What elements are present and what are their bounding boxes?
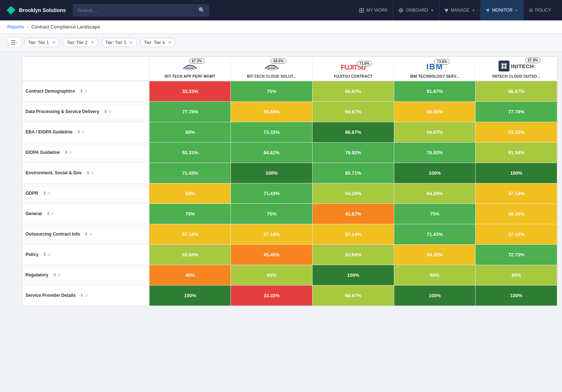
cell-0-3[interactable]: 91.67% <box>394 81 476 101</box>
filter-tier3-remove[interactable]: ✕ <box>129 40 133 45</box>
cell-8-3[interactable]: 54.55% <box>394 244 476 265</box>
filter-tier4-remove[interactable]: ✕ <box>168 40 172 45</box>
filter-tag-tier4[interactable]: Tier: Tier 4 ✕ <box>140 38 176 47</box>
cell-9-2[interactable]: 100% <box>313 265 394 285</box>
filter-icon[interactable]: ≡ <box>91 170 94 175</box>
filter-icon[interactable]: ≡ <box>89 232 92 237</box>
download-icon[interactable]: ⬇ <box>64 150 68 155</box>
vendor-header-bittech-app[interactable]: bit-tech. 67.3% BIT-TECH APP PERF MGMT <box>149 57 231 81</box>
cell-2-2[interactable]: 86.67% <box>313 122 394 142</box>
filter-tier1-remove[interactable]: ✕ <box>52 40 56 45</box>
cell-6-2[interactable]: 41.67% <box>313 203 394 224</box>
cell-4-3[interactable]: 100% <box>394 163 476 183</box>
filter-tag-tier2[interactable]: Tier: Tier 2 ✕ <box>63 38 98 47</box>
cell-5-1[interactable]: 71.43% <box>231 183 313 203</box>
cell-6-1[interactable]: 75% <box>231 203 313 224</box>
cell-3-4[interactable]: 61.54% <box>476 142 557 163</box>
vendor-header-bittech-cloud[interactable]: bit-tech. 66.5% BIT-TECH CLOUD SOLUT... <box>231 57 313 81</box>
cell-4-2[interactable]: 85.71% <box>313 163 394 183</box>
cell-6-0[interactable]: 75% <box>149 203 231 224</box>
download-icon[interactable]: ⬇ <box>80 89 83 94</box>
cell-8-2[interactable]: 63.64% <box>313 244 394 265</box>
filter-icon[interactable]: ≡ <box>85 293 88 298</box>
cell-2-0[interactable]: 80% <box>149 122 231 142</box>
cell-10-0[interactable]: 100% <box>149 285 231 306</box>
cell-10-4[interactable]: 100% <box>476 285 557 306</box>
nav-policy[interactable]: ≡ POLICY <box>524 0 556 20</box>
cell-4-4[interactable]: 100% <box>476 163 557 183</box>
download-icon[interactable]: ⬇ <box>43 191 46 196</box>
cell-4-1[interactable]: 100% <box>231 163 313 183</box>
cell-0-1[interactable]: 75% <box>231 81 313 101</box>
cell-7-4[interactable]: 57.14% <box>476 224 557 244</box>
nav-manage[interactable]: ♥ MANAGE ▼ <box>439 0 481 20</box>
sidebar-toggle[interactable]: ☰ › <box>7 37 21 48</box>
download-icon[interactable]: ⬇ <box>80 293 84 298</box>
download-icon[interactable]: ⬇ <box>86 170 90 175</box>
cell-5-3[interactable]: 64.29% <box>394 183 476 203</box>
filter-icon[interactable]: ≡ <box>69 150 72 155</box>
brand-logo[interactable]: Brooklyn Solutions <box>6 5 66 15</box>
cell-8-4[interactable]: 72.73% <box>476 244 557 265</box>
filter-icon[interactable]: ≡ <box>85 89 87 94</box>
cell-5-4[interactable]: 57.14% <box>476 183 557 203</box>
cell-1-1[interactable]: 55.56% <box>231 101 313 122</box>
filter-tag-tier3[interactable]: Tier: Tier 3 ✕ <box>101 38 137 47</box>
nav-onboard[interactable]: ⊕ ONBOARD ▼ <box>393 0 439 20</box>
search-input[interactable] <box>73 4 209 16</box>
filter-icon[interactable]: ≡ <box>48 252 50 257</box>
cell-5-0[interactable]: 50% <box>149 183 231 203</box>
search-icon[interactable]: 🔍 <box>198 7 205 13</box>
cell-10-2[interactable]: 66.67% <box>313 285 394 306</box>
cell-9-4[interactable]: 60% <box>476 265 557 285</box>
filter-tier2-remove[interactable]: ✕ <box>90 40 94 45</box>
download-icon[interactable]: ⬇ <box>104 109 107 114</box>
download-icon[interactable]: ⬇ <box>46 211 50 216</box>
filter-icon[interactable]: ≡ <box>109 109 111 114</box>
cell-3-1[interactable]: 84.62% <box>231 142 313 163</box>
cell-8-1[interactable]: 45.45% <box>231 244 313 265</box>
nav-monitor[interactable]: ♥ MONITOR ▼ <box>481 0 524 20</box>
cell-7-3[interactable]: 71.43% <box>394 224 476 244</box>
vendor-header-fujitsu[interactable]: FUJITSU 71.6% FUJITSU CONTRACT <box>313 57 394 81</box>
filter-icon[interactable]: ≡ <box>51 211 54 216</box>
cell-8-0[interactable]: 63.64% <box>149 244 231 265</box>
download-icon[interactable]: ⬇ <box>43 252 46 257</box>
filter-icon[interactable]: ≡ <box>48 191 50 196</box>
filter-icon[interactable]: ≡ <box>82 129 85 135</box>
cell-0-0[interactable]: 33.33% <box>149 81 231 101</box>
vendor-header-initech[interactable]: INITECH 67.9% INITECH CLOUD OUTSO... <box>476 57 557 81</box>
cell-9-0[interactable]: 40% <box>149 265 231 285</box>
cell-3-3[interactable]: 76.92% <box>394 142 476 163</box>
cell-3-0[interactable]: 92.31% <box>149 142 231 163</box>
cell-3-2[interactable]: 76.92% <box>313 142 394 163</box>
breadcrumb-parent[interactable]: Reports <box>7 24 24 30</box>
cell-6-3[interactable]: 75% <box>394 203 476 224</box>
cell-7-2[interactable]: 57.14% <box>313 224 394 244</box>
cell-1-4[interactable]: 77.78% <box>476 101 557 122</box>
download-icon[interactable]: ⬇ <box>77 129 81 135</box>
cell-0-4[interactable]: 66.67% <box>476 81 557 101</box>
cell-9-1[interactable]: 60% <box>231 265 313 285</box>
cell-1-0[interactable]: 77.78% <box>149 101 231 122</box>
cell-2-1[interactable]: 73.33% <box>231 122 313 142</box>
download-icon[interactable]: ⬇ <box>84 232 88 237</box>
vendor-header-ibm[interactable]: IBM 73.6% IBM TECHNOLOGY SERV... <box>394 57 476 81</box>
nav-my-work[interactable]: ⊞ MY WORK <box>354 0 393 20</box>
cell-9-3[interactable]: 60% <box>394 265 476 285</box>
cell-2-4[interactable]: 53.33% <box>476 122 557 142</box>
cell-5-2[interactable]: 64.29% <box>313 183 394 203</box>
cell-0-2[interactable]: 66.67% <box>313 81 394 101</box>
cell-10-3[interactable]: 100% <box>394 285 476 306</box>
filter-icon[interactable]: ≡ <box>58 272 61 277</box>
filter-tag-tier1[interactable]: Tier: Tier 1 ✕ <box>24 38 60 47</box>
cell-6-4[interactable]: 58.33% <box>476 203 557 224</box>
cell-1-3[interactable]: 55.56% <box>394 101 476 122</box>
download-icon[interactable]: ⬇ <box>53 272 57 277</box>
cell-2-3[interactable]: 66.67% <box>394 122 476 142</box>
cell-10-1[interactable]: 33.33% <box>231 285 313 306</box>
cell-7-1[interactable]: 57.14% <box>231 224 313 244</box>
cell-7-0[interactable]: 57.14% <box>149 224 231 244</box>
cell-1-2[interactable]: 66.67% <box>313 101 394 122</box>
cell-4-0[interactable]: 71.43% <box>149 163 231 183</box>
